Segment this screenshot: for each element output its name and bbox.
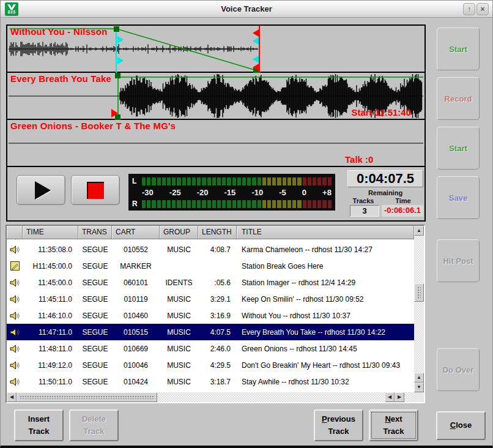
cell-c3: MARKER	[112, 262, 160, 271]
vu-segment	[267, 177, 271, 185]
vu-segment	[258, 177, 261, 185]
horizontal-scrollbar[interactable]: ◀ ◀ ▶	[7, 392, 414, 402]
table-row[interactable]: H11:45:00.0SEGUEMARKERStation Break Goes…	[7, 258, 414, 274]
delete-track-button[interactable]: Delete Track	[69, 409, 119, 441]
previous-track-button[interactable]: Previous Track	[314, 409, 363, 441]
shade-button[interactable]: ↑	[463, 3, 475, 15]
vu-segment	[297, 200, 301, 208]
window-title: Voice Tracker	[1, 4, 492, 13]
table-row[interactable]: 11:45:00.0SEGUE060101IDENTS:05.6Station …	[7, 274, 414, 291]
scroll-left-button-2[interactable]: ◀	[385, 392, 395, 402]
cell-c4: MUSIC	[160, 378, 198, 386]
track-2-title: Every Breath You Take	[10, 73, 111, 84]
vu-segment	[217, 200, 221, 208]
play-icon	[35, 181, 51, 200]
vu-segment	[258, 200, 261, 208]
vu-segment	[202, 200, 206, 208]
scroll-left-button[interactable]: ◀	[7, 392, 17, 402]
column-header-GROUP[interactable]: GROUP	[160, 226, 198, 239]
table-row[interactable]: 11:45:11.0SEGUE010119MUSIC3:29.1Keep On …	[7, 291, 414, 307]
vu-segment	[212, 177, 216, 185]
vu-scale-tick: -25	[169, 188, 181, 197]
do-over-button[interactable]: Do Over	[437, 348, 480, 391]
segue-handle-icon[interactable]	[117, 36, 124, 43]
table-row[interactable]: 11:49:12.0SEGUE010046MUSIC4:29.5Don't Go…	[7, 357, 414, 373]
vu-segment	[277, 200, 281, 208]
insert-track-button[interactable]: Insert Track	[14, 409, 64, 441]
vu-segment	[222, 200, 226, 208]
horizontal-scroll-thumb[interactable]	[17, 392, 157, 402]
column-header-TIME[interactable]: TIME	[23, 226, 78, 239]
fade-node-handle[interactable]	[115, 73, 120, 78]
track-3[interactable]: Green Onions - Booker T & The MG's Talk …	[7, 120, 424, 167]
scroll-right-button[interactable]: ▶	[395, 392, 404, 402]
column-header-LENGTH[interactable]: LENGTH	[198, 226, 237, 239]
table-row[interactable]: 11:46:10.0SEGUE010460MUSIC3:16.9Without …	[7, 307, 414, 324]
vu-segment	[328, 177, 332, 185]
vertical-scroll-thumb[interactable]	[414, 283, 424, 302]
arrow-up-icon: ▲	[417, 375, 421, 380]
track-1-title: Without You - Nilsson	[10, 26, 108, 37]
vu-segment	[192, 200, 196, 208]
speaker-icon	[10, 360, 20, 370]
vu-segment	[303, 200, 306, 208]
vertical-scrollbar[interactable]: ▲ ▲ ▼	[414, 226, 424, 392]
titlebar[interactable]: Voice Tracker ↑ ×	[1, 1, 492, 18]
start-2-button[interactable]: Start	[437, 127, 480, 170]
stop-button[interactable]	[71, 175, 120, 205]
play-button[interactable]	[17, 175, 65, 205]
arrow-down-icon: ▼	[417, 385, 421, 390]
app-icon	[5, 2, 18, 16]
hit-post-button[interactable]: Hit Post	[437, 239, 480, 282]
vu-segment	[147, 177, 150, 185]
cell-c1: 11:35:08.0	[23, 245, 78, 254]
scroll-down-button[interactable]: ▼	[414, 383, 424, 392]
fade-node-handle[interactable]	[114, 26, 119, 32]
vu-segment	[262, 200, 266, 208]
table-row[interactable]: 11:48:11.0SEGUE010669MUSIC2:46.0Green On…	[7, 340, 414, 357]
vu-segment	[152, 177, 155, 185]
arrow-up-icon: ▲	[417, 228, 421, 233]
scroll-up-button[interactable]: ▲	[414, 226, 424, 236]
segue-handle-icon[interactable]	[253, 56, 259, 63]
cell-c4: MUSIC	[160, 312, 198, 320]
vu-segment	[152, 200, 155, 208]
cell-c6: Karma Chameleon -- rdhost 11/30 14:27	[237, 245, 414, 254]
speaker-icon	[10, 239, 20, 241]
track-2[interactable]: Every Breath You Take Start 11:51:40	[7, 73, 424, 120]
row-icon-cell	[7, 311, 23, 321]
close-window-button[interactable]: ×	[476, 3, 489, 15]
fade-node-handle[interactable]	[115, 114, 120, 120]
row-icon-cell	[7, 261, 23, 271]
cell-c4: MUSIC	[160, 345, 198, 353]
speaker-icon	[10, 294, 20, 304]
elapsed-time-display: 0:04:07.5	[347, 170, 423, 187]
vu-segment	[167, 177, 171, 185]
column-header-CART[interactable]: CART	[112, 226, 160, 239]
column-header-icon[interactable]	[7, 226, 23, 239]
end-handle-icon[interactable]	[253, 29, 259, 37]
scroll-up-button-2[interactable]: ▲	[414, 373, 424, 383]
vu-segment	[272, 177, 276, 185]
vu-segment	[317, 177, 321, 185]
save-button[interactable]: Save	[437, 176, 480, 219]
column-header-TITLE[interactable]: TITLE	[237, 226, 414, 239]
table-row[interactable]: 11:35:08.0SEGUE010552MUSIC4:08.7Karma Ch…	[7, 241, 414, 258]
vu-segment	[207, 200, 211, 208]
vu-segment	[172, 177, 176, 185]
cell-c4: IDENTS	[160, 278, 198, 287]
close-button[interactable]: Close	[436, 411, 486, 440]
segue-handle-icon[interactable]	[117, 57, 124, 64]
record-button[interactable]: Record	[437, 77, 480, 120]
column-header-TRANS[interactable]: TRANS	[78, 226, 112, 239]
next-track-button[interactable]: Next Track	[369, 409, 418, 441]
track-1[interactable]: Without You - Nilsson	[7, 26, 424, 73]
cell-c3: 010119	[112, 295, 160, 304]
cell-c1: 11:45:11.0	[23, 295, 78, 304]
segue-handle-icon[interactable]	[253, 37, 259, 45]
table-row[interactable]: 11:50:11.0SEGUE010424MUSIC3:18.7Stay Awh…	[7, 373, 414, 390]
cell-c6: Don't Go Breakin' My Heart -- rdhost 11/…	[237, 361, 414, 370]
log-header: TIMETRANSCARTGROUPLENGTHTITLE	[7, 226, 414, 239]
table-row[interactable]: 11:47:11.0SEGUE010515MUSIC4:07.5Every Br…	[7, 324, 414, 340]
start-1-button[interactable]: Start	[437, 28, 480, 70]
